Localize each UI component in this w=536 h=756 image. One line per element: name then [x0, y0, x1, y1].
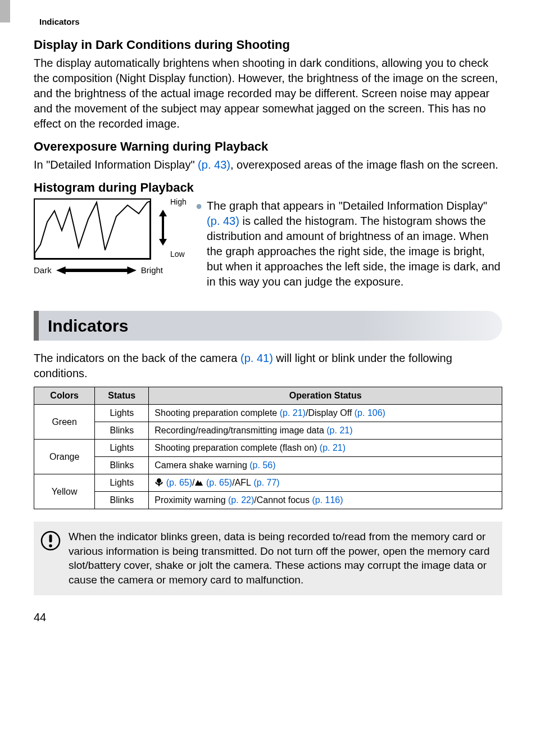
text: Proximity warning	[155, 495, 228, 505]
page-ref-link[interactable]: (p. 21)	[280, 408, 306, 418]
page-ref-link[interactable]: (p. 22)	[228, 495, 254, 505]
page-number: 44	[34, 611, 502, 624]
svg-point-5	[49, 544, 52, 547]
table-row: Blinks Recording/reading/transmitting im…	[34, 422, 502, 440]
svg-rect-4	[49, 535, 52, 542]
indicators-table: Colors Status Operation Status Green Lig…	[34, 387, 502, 509]
cell-status: Lights	[95, 405, 149, 422]
svg-marker-0	[159, 210, 167, 246]
svg-marker-1	[56, 266, 137, 274]
cell-status: Lights	[95, 474, 149, 492]
cell-status: Blinks	[95, 422, 149, 440]
label-high: High	[170, 197, 187, 206]
paragraph-histogram: The graph that appears in "Detailed Info…	[207, 198, 502, 289]
paragraph-dark-display: The display automatically brightens when…	[34, 56, 502, 132]
page-ref-link[interactable]: (p. 77)	[253, 478, 279, 487]
text: /Display Off	[306, 408, 355, 418]
page-ref-link[interactable]: (p. 41)	[240, 352, 273, 364]
label-low: Low	[170, 250, 185, 259]
cell-status: Blinks	[95, 492, 149, 509]
text: The graph that appears in "Detailed Info…	[207, 200, 487, 212]
text: Recording/reading/transmitting image dat…	[155, 425, 326, 435]
heading-dark-display: Display in Dark Conditions during Shooti…	[34, 38, 502, 52]
cell-color: Green	[34, 405, 95, 440]
cell-operation: Recording/reading/transmitting image dat…	[149, 422, 502, 440]
col-operation: Operation Status	[149, 387, 502, 405]
cell-status: Blinks	[95, 457, 149, 474]
page-ref-link[interactable]: (p. 21)	[320, 443, 346, 452]
cell-color: Yellow	[34, 474, 95, 509]
caution-text: When the indicator blinks green, data is…	[69, 529, 493, 587]
vertical-arrow-icon	[159, 210, 167, 246]
cell-status: Lights	[95, 440, 149, 457]
page-ref-link[interactable]: (p. 106)	[355, 408, 385, 418]
paragraph-indicators-intro: The indicators on the back of the camera…	[34, 351, 502, 381]
cell-operation: Shooting preparation complete (flash on)…	[149, 440, 502, 457]
text: Shooting preparation complete (flash on)	[155, 443, 320, 452]
cell-operation: Camera shake warning (p. 56)	[149, 457, 502, 474]
bullet-icon: ●	[196, 198, 202, 289]
text: /Cannot focus	[254, 495, 312, 505]
paragraph-overexposure: In "Detailed Information Display" (p. 43…	[34, 157, 502, 173]
text: is called the histogram. The histogram s…	[207, 215, 501, 288]
col-status: Status	[95, 387, 149, 405]
table-row: Green Lights Shooting preparation comple…	[34, 405, 502, 422]
text: In "Detailed Information Display"	[34, 159, 198, 171]
table-row: Orange Lights Shooting preparation compl…	[34, 440, 502, 457]
histogram-figure: High Low Dark Bright	[34, 198, 185, 289]
heading-overexposure: Overexposure Warning during Playback	[34, 139, 502, 154]
cell-operation: Shooting preparation complete (p. 21)/Di…	[149, 405, 502, 422]
text: , overexposed areas of the image flash o…	[230, 159, 498, 171]
heading-histogram: Histogram during Playback	[34, 180, 502, 195]
cell-color: Orange	[34, 440, 95, 474]
table-row: Blinks Camera shake warning (p. 56)	[34, 457, 502, 474]
section-title-indicators: Indicators	[34, 311, 502, 341]
table-row: Blinks Proximity warning (p. 22)/Cannot …	[34, 492, 502, 509]
label-bright: Bright	[141, 265, 163, 275]
table-row: Yellow Lights (p. 65)/ (p. 65)/AFL (p. 7…	[34, 474, 502, 492]
svg-marker-2	[195, 480, 203, 486]
horizontal-arrow-icon	[56, 266, 137, 274]
side-tab	[0, 0, 10, 22]
text: Camera shake warning	[155, 460, 249, 470]
col-colors: Colors	[34, 387, 95, 405]
page-ref-link[interactable]: (p. 65)	[206, 478, 232, 487]
caution-note: When the indicator blinks green, data is…	[34, 522, 502, 595]
text: The indicators on the back of the camera	[34, 352, 240, 364]
macro-icon	[155, 478, 163, 487]
page-ref-link[interactable]: (p. 65)	[166, 478, 192, 487]
running-header: Indicators	[39, 17, 502, 26]
page-ref-link[interactable]: (p. 43)	[198, 159, 230, 171]
mountain-icon	[194, 478, 203, 487]
label-dark: Dark	[34, 265, 52, 275]
page-ref-link[interactable]: (p. 116)	[312, 495, 343, 505]
page-ref-link[interactable]: (p. 43)	[207, 215, 239, 227]
table-header-row: Colors Status Operation Status	[34, 387, 502, 405]
page-ref-link[interactable]: (p. 56)	[249, 460, 275, 470]
cell-operation: Proximity warning (p. 22)/Cannot focus (…	[149, 492, 502, 509]
page-ref-link[interactable]: (p. 21)	[326, 425, 352, 435]
histogram-graph	[34, 198, 151, 260]
caution-icon	[40, 531, 61, 551]
cell-operation: (p. 65)/ (p. 65)/AFL (p. 77)	[149, 474, 502, 492]
text: Shooting preparation complete	[155, 408, 279, 418]
afl-label: AFL	[235, 478, 251, 487]
